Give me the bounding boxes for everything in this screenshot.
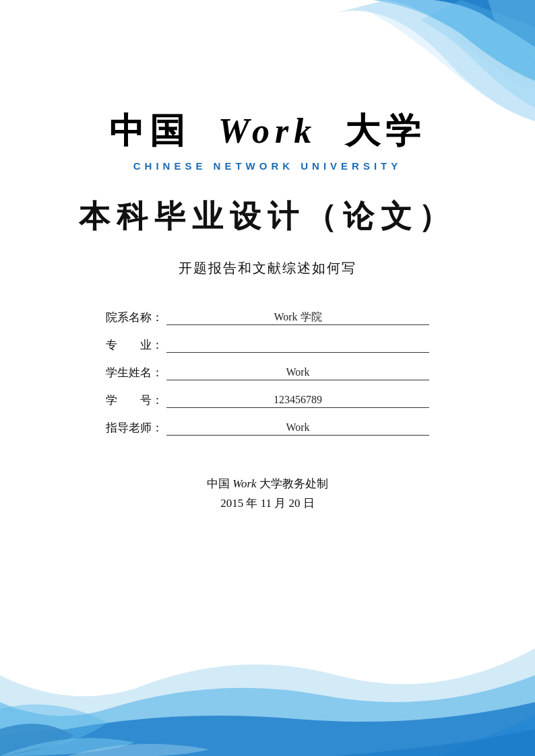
label-dept: 院系名称： (106, 310, 166, 325)
label-name: 学生姓名： (106, 365, 166, 380)
main-content: 中国 Work 大学 CHINESE NETWORK UNIVERSITY 本科… (0, 0, 535, 511)
thesis-title: 本科毕业设计（论文） (79, 196, 456, 238)
input-advisor[interactable] (166, 421, 429, 436)
thesis-subtitle: 开题报告和文献综述如何写 (179, 259, 356, 277)
label-major: 专 业： (106, 337, 166, 353)
input-sid[interactable] (166, 394, 429, 408)
input-major[interactable] (166, 339, 429, 353)
page: 中国 Work 大学 CHINESE NETWORK UNIVERSITY 本科… (0, 0, 535, 756)
form-row-major: 专 业： (106, 337, 429, 353)
bottom-decoration (0, 594, 535, 756)
form-row-advisor: 指导老师： (106, 420, 429, 436)
form-row-sid: 学 号： (106, 392, 429, 408)
input-dept[interactable] (166, 311, 429, 325)
university-subtitle: CHINESE NETWORK UNIVERSITY (133, 160, 402, 172)
form-row-name: 学生姓名： (106, 365, 429, 380)
input-name[interactable] (166, 366, 429, 380)
form-section: 院系名称： 专 业： 学生姓名： 学 号： 指导老师： (106, 310, 429, 436)
footer-section: 中国 Work 大学教务处制 2015 年 11 月 20 日 (207, 476, 328, 511)
footer-line2: 2015 年 11 月 20 日 (220, 495, 315, 511)
label-sid: 学 号： (106, 392, 166, 408)
university-name-zh: 中国 Work 大学 (109, 108, 427, 155)
form-row-dept: 院系名称： (106, 310, 429, 325)
footer-line1: 中国 Work 大学教务处制 (207, 476, 328, 491)
label-advisor: 指导老师： (106, 420, 166, 436)
